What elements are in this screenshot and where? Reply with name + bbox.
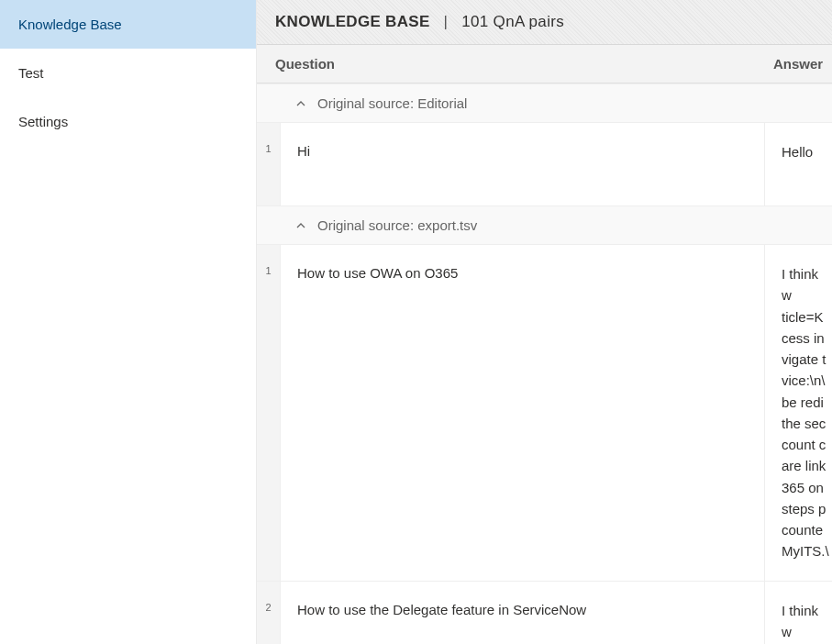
column-headers: Question Answer (257, 45, 832, 83)
sidebar-item-knowledge-base[interactable]: Knowledge Base (0, 0, 256, 49)
main-panel: KNOWLEDGE BASE | 101 QnA pairs Question … (257, 0, 832, 644)
answer-cell[interactable]: Hello (765, 123, 832, 205)
row-number: 1 (257, 123, 281, 205)
source-label: Original source: export.tsv (317, 217, 477, 233)
question-cell[interactable]: How to use the Delegate feature in Servi… (281, 582, 765, 645)
kb-header: KNOWLEDGE BASE | 101 QnA pairs (257, 0, 832, 45)
source-group-export[interactable]: Original source: export.tsv (257, 205, 832, 244)
question-cell[interactable]: Hi (281, 123, 765, 205)
answer-cell[interactable]: I think w ticle=K cess in vigate t vice:… (765, 245, 832, 581)
header-divider: | (444, 13, 449, 30)
row-number: 2 (257, 582, 281, 645)
header-count: 101 QnA pairs (461, 13, 564, 30)
source-label: Original source: Editorial (317, 95, 467, 111)
qna-row: 2 How to use the Delegate feature in Ser… (257, 581, 832, 645)
kb-content: Original source: Editorial 1 Hi Hello Or… (257, 83, 832, 644)
answer-cell[interactable]: I think w ticle=K (765, 582, 832, 645)
qna-row: 1 How to use OWA on O365 I think w ticle… (257, 244, 832, 581)
column-header-question: Question (275, 56, 773, 72)
qna-row: 1 Hi Hello (257, 122, 832, 205)
sidebar-item-settings[interactable]: Settings (0, 97, 256, 146)
chevron-up-icon (295, 98, 306, 109)
header-title: KNOWLEDGE BASE (275, 13, 430, 30)
column-header-answer: Answer (773, 56, 828, 72)
sidebar: Knowledge Base Test Settings (0, 0, 257, 644)
source-group-editorial[interactable]: Original source: Editorial (257, 83, 832, 122)
chevron-up-icon (295, 220, 306, 231)
question-cell[interactable]: How to use OWA on O365 (281, 245, 765, 581)
sidebar-item-test[interactable]: Test (0, 49, 256, 97)
row-number: 1 (257, 245, 281, 581)
